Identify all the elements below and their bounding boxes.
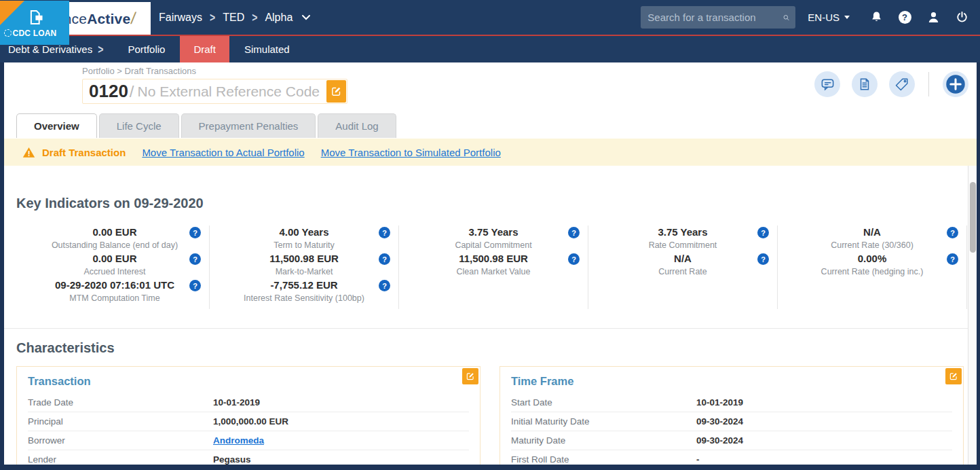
scrollbar[interactable] [968, 166, 977, 465]
row-label: Principal [28, 416, 213, 427]
user-icon [926, 10, 941, 24]
edit-pencil-icon [331, 86, 342, 97]
indicator-label: MTM Computation Time [43, 292, 186, 305]
key-indicators-title: Key Indicators on 09-29-2020 [16, 166, 977, 211]
help-icon[interactable]: ? [189, 280, 201, 291]
logout-button[interactable] [947, 10, 976, 24]
edit-reference-button[interactable] [326, 80, 346, 103]
draft-warning-banner: Draft Transaction Move Transaction to Ac… [4, 139, 977, 166]
row-value: 1,000,000.00 EUR [213, 416, 288, 427]
indicator-rate-sensitivity: -7,755.12 EUR Interest Rate Sensitivity … [210, 278, 398, 305]
comments-button[interactable] [814, 71, 840, 97]
help-icon[interactable]: ? [947, 227, 958, 238]
indicator-value: 09-29-2020 07:16:01 UTC [43, 278, 186, 292]
external-reference-placeholder: No External Reference Code [138, 84, 320, 100]
row-value: 10-01-2019 [696, 397, 743, 408]
notifications-button[interactable] [862, 10, 890, 24]
help-icon[interactable]: ? [568, 253, 580, 265]
table-row: Principal 1,000,000.00 EUR [28, 412, 469, 431]
window-frame-left [0, 62, 4, 470]
title-separator: / [130, 82, 134, 101]
table-row: First Roll Date - [511, 450, 952, 465]
tab-bar: Overview Life Cycle Prepayment Penalties… [4, 113, 977, 139]
indicator-value: 11,500.98 EUR [422, 252, 565, 266]
user-account-button[interactable] [919, 10, 947, 24]
help-icon[interactable]: ? [757, 227, 769, 238]
move-to-simulated-link[interactable]: Move Transaction to Simulated Portfolio [321, 147, 501, 158]
nav-item-portfolio[interactable]: Portfolio [113, 36, 180, 62]
indicator-value: 0.00% [801, 252, 943, 266]
help-icon[interactable]: ? [379, 227, 390, 238]
indicator-label: Mark-to-Market [233, 266, 375, 278]
help-icon[interactable]: ? [568, 227, 580, 238]
documents-button[interactable] [852, 71, 878, 97]
help-icon[interactable]: ? [379, 253, 390, 265]
scrollbar-thumb[interactable] [970, 182, 976, 253]
breadcrumb-item-alpha[interactable]: Alpha [265, 12, 293, 24]
help-icon: ? [899, 11, 911, 24]
search-icon[interactable] [783, 10, 790, 25]
tags-button[interactable] [889, 71, 915, 97]
edit-transaction-button[interactable] [462, 368, 478, 384]
indicator-column: N/A Current Rate (30/360) ? 0.00% Curren… [778, 225, 967, 309]
timeframe-card: Time Frame Start Date 10-01-2019 Initial… [500, 366, 964, 465]
table-row: Trade Date 10-01-2019 [28, 393, 469, 412]
power-icon [955, 10, 969, 24]
row-value: 10-01-2019 [213, 397, 260, 408]
module-nav: Debt & Derivatives > Portfolio Draft Sim… [0, 36, 980, 62]
indicator-label: Capital Commitment [422, 239, 565, 252]
chevron-down-icon[interactable] [301, 14, 311, 21]
breadcrumb-item-ted[interactable]: TED [223, 12, 244, 24]
tab-audit-log[interactable]: Audit Log [318, 113, 396, 138]
help-icon[interactable]: ? [189, 253, 201, 265]
breadcrumb: Fairways > TED > Alpha [159, 12, 311, 24]
row-label: First Roll Date [511, 454, 696, 465]
edit-timeframe-button[interactable] [945, 368, 962, 384]
indicator-value: 4.00 Years [233, 225, 375, 239]
help-icon[interactable]: ? [947, 253, 958, 265]
chevron-right-icon: > [252, 11, 257, 24]
help-icon[interactable]: ? [379, 280, 390, 291]
indicator-value: N/A [801, 225, 943, 239]
page-breadcrumb: Portfolio > Draft Transactions [82, 66, 347, 76]
language-selector[interactable]: EN-US [808, 12, 850, 23]
borrower-link[interactable]: Andromeda [213, 435, 264, 446]
logo-slash: / [130, 9, 137, 28]
characteristics-title: Characteristics [16, 329, 977, 356]
help-icon[interactable]: ? [189, 227, 201, 238]
table-row: Lender Pegasus [28, 450, 469, 465]
indicator-label: Current Rate (30/360) [801, 239, 943, 252]
indicator-value: 0.00 EUR [43, 252, 186, 266]
help-button[interactable]: ? [890, 10, 919, 24]
top-bar: FinanceActive/ Fairways > TED > Alpha EN… [0, 0, 980, 35]
indicator-value: 11,500.98 EUR [233, 252, 375, 266]
edit-pencil-icon [949, 372, 958, 381]
window-frame-bottom [0, 465, 980, 470]
table-row: Maturity Date 09-30-2024 [511, 431, 952, 450]
search-input[interactable] [647, 12, 783, 23]
row-label: Lender [28, 454, 213, 465]
indicator-current-rate: N/A Current Rate ? [588, 252, 777, 278]
caret-down-icon [844, 16, 850, 19]
tab-label: Overview [34, 120, 79, 132]
tab-overview[interactable]: Overview [16, 113, 97, 138]
badge-corner-ribbon[interactable] [0, 1, 24, 25]
tab-prepayment-penalties[interactable]: Prepayment Penalties [181, 113, 316, 138]
nav-item-draft[interactable]: Draft [180, 36, 229, 62]
page-header: Portfolio > Draft Transactions 0120 / No… [0, 62, 980, 113]
indicator-column: 3.75 Years Capital Commitment ? 11,500.9… [399, 225, 588, 309]
plus-icon [945, 74, 966, 94]
indicator-label: Outstanding Balance (end of day) [43, 239, 186, 252]
indicator-value: -7,755.12 EUR [233, 278, 375, 292]
app-window: FinanceActive/ Fairways > TED > Alpha EN… [0, 0, 980, 470]
breadcrumb-item-fairways[interactable]: Fairways [159, 12, 202, 24]
chevron-right-icon: > [98, 43, 103, 56]
card-title: Time Frame [511, 374, 952, 393]
tab-life-cycle[interactable]: Life Cycle [99, 113, 179, 138]
product-badge-cdc-loan[interactable]: CDC LOAN [0, 1, 69, 45]
gear-icon [4, 29, 12, 37]
help-icon[interactable]: ? [757, 253, 769, 265]
move-to-actual-link[interactable]: Move Transaction to Actual Portfolio [142, 147, 304, 158]
nav-item-simulated[interactable]: Simulated [229, 36, 305, 62]
add-button[interactable] [943, 71, 968, 97]
